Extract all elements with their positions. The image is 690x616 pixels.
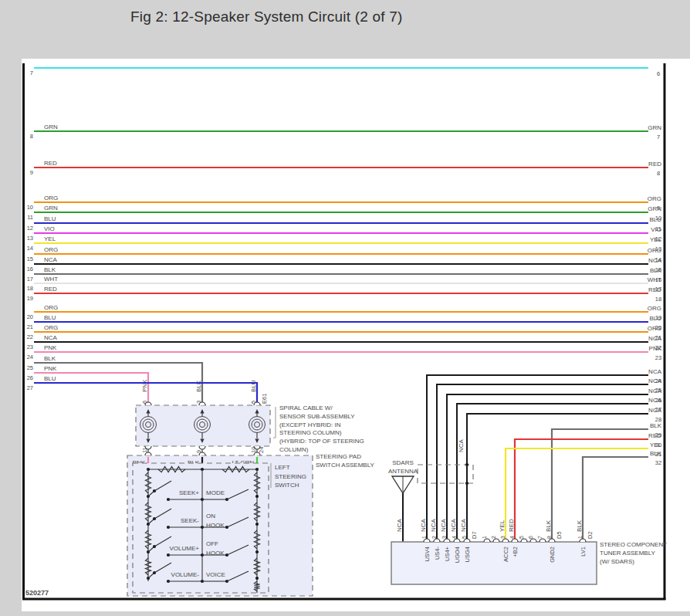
- junction-dot: [255, 495, 259, 498]
- wire-color-label: NCA: [648, 407, 662, 414]
- tuner-pin-number: 3: [441, 536, 447, 539]
- left-pin-number: 8: [30, 133, 33, 140]
- tuner-pin-number: 3: [500, 536, 506, 539]
- left-pin-number: 27: [27, 384, 33, 391]
- wire-color-label: ORG: [648, 195, 661, 202]
- tuner-box: [391, 542, 597, 584]
- wire-color-label: NCA: [648, 257, 662, 264]
- wire-color-label: NCA: [648, 388, 662, 394]
- tuner-signal-label: USG4: [464, 547, 471, 562]
- tuner-signal-label: USV4: [424, 547, 431, 562]
- tuner-signal-label: US4+: [444, 546, 451, 561]
- wire-color-label: BLU: [250, 380, 257, 392]
- diagram-panel: [22, 59, 690, 611]
- tuner-connector-id: D2: [587, 531, 594, 539]
- wire-color-label: YEL: [499, 520, 506, 532]
- tuner-pin-number: 4: [509, 536, 515, 539]
- wire-color-label: RED: [44, 286, 57, 293]
- left-pin-number: 26: [27, 374, 33, 381]
- tuner-signal-label: LV1: [580, 547, 587, 557]
- tuner-connector-id: D7: [471, 531, 478, 539]
- figure-id: 520277: [25, 589, 49, 597]
- left-pin-number: 12: [27, 225, 33, 232]
- connector-pin-number: 11: [141, 447, 148, 453]
- tuner-signal-label: +B2: [512, 547, 519, 557]
- wire-color-label: BLU: [649, 216, 661, 223]
- sdars-antenna-label: SDARS: [392, 459, 414, 466]
- wire-color-label: ORG: [44, 246, 58, 253]
- tuner-connector-id: D5: [556, 531, 563, 539]
- wire-color-label: RED: [44, 160, 57, 167]
- steering-switch-label: SWITCH: [275, 482, 299, 489]
- switch-function-label: OFF: [206, 540, 218, 547]
- tuner-pin-number: 2: [491, 536, 496, 539]
- switch-function-label: SEEK+: [179, 489, 199, 496]
- junction-dot: [465, 463, 468, 466]
- wire-color-label: NCA: [44, 334, 58, 341]
- wire-color-label: RED: [648, 432, 661, 439]
- pad-assembly-label: STEERING PAD: [316, 453, 361, 460]
- tuner-signal-label: UGO4: [454, 547, 461, 563]
- sdars-antenna-label: ANTENNA: [388, 468, 418, 475]
- right-pin-number: 32: [655, 459, 661, 466]
- switch-function-label: MODE: [206, 489, 225, 496]
- tuner-pin-number: 1: [421, 536, 427, 539]
- wire-color-label: NCA: [648, 377, 662, 384]
- wire-color-label: NCA: [440, 518, 447, 532]
- wire-color-label: PNK: [141, 379, 148, 392]
- switch-function-label: HOOK: [206, 522, 225, 529]
- wire-color-label: GRN: [44, 124, 58, 130]
- left-pin-number: 13: [27, 235, 33, 242]
- wire-color-label: NCA: [648, 368, 662, 375]
- left-pin-number: 18: [27, 285, 33, 292]
- wire-color-label: ORG: [44, 304, 58, 311]
- wire-color-label: BLK: [44, 266, 56, 273]
- wire-color-label: BLK: [650, 450, 662, 457]
- wire-color-label: NCA: [396, 518, 403, 532]
- junction-dot: [255, 550, 259, 553]
- spiral-cable-label: (EXCEPT HYBRID: IN: [279, 421, 341, 428]
- wire-color-label: BLK: [195, 380, 202, 392]
- connector-id: 24: [258, 447, 265, 453]
- wire-color-label: WHT: [648, 276, 661, 283]
- left-pin-number: 25: [27, 364, 33, 371]
- left-pin-number: 7: [30, 69, 33, 76]
- wire-color-label: PNK: [44, 365, 57, 372]
- connector-pin-number: 9: [195, 450, 202, 453]
- pad-assembly-label: SWITCH ASSEMBLY: [316, 462, 375, 469]
- connector-pin-number: 10: [250, 447, 257, 453]
- wire-color-label: ORG: [648, 325, 661, 332]
- switch-function-label: VOLUME+: [170, 545, 200, 552]
- junction-dot: [255, 523, 259, 526]
- switch-function-label: SEEK-: [181, 517, 199, 524]
- wire-color-label: NCA: [450, 518, 457, 532]
- wire-color-label: BLU: [649, 315, 661, 322]
- left-pin-number: 20: [27, 313, 33, 320]
- tuner-signal-label: GND2: [549, 547, 556, 563]
- wire-color-label: RED: [648, 286, 661, 293]
- pin-connector: [145, 402, 151, 405]
- wire-color-label: NCA: [460, 518, 467, 532]
- right-pin-number: 23: [655, 354, 661, 361]
- spiral-cable-label: (HYBRID: TOP OF STEERING: [279, 438, 364, 445]
- tuner-signal-label: ACC2: [502, 547, 509, 562]
- left-pin-number: 11: [27, 214, 33, 221]
- tuner-signal-label: US4-: [434, 547, 441, 560]
- left-pin-number: 21: [27, 323, 33, 330]
- steering-switch-label: STEERING: [275, 473, 306, 480]
- left-pin-number: 19: [27, 295, 33, 302]
- wire-color-label: GRN: [648, 124, 661, 131]
- wire-color-label: GRN: [44, 205, 58, 212]
- wire-color-label: NCA: [44, 256, 58, 263]
- tuner-label: TUNER ASSEMBLY: [600, 550, 656, 557]
- wire-color-label: YEL: [650, 442, 662, 448]
- left-pin-number: 16: [27, 266, 33, 272]
- switch-function-label: VOLUME-: [171, 571, 200, 578]
- wire-color-label: BLU: [44, 375, 56, 382]
- page: { "title": "Fig 2: 12-Speaker System Cir…: [0, 0, 690, 616]
- tuner-pin-number: 5: [519, 536, 524, 539]
- tuner-pin-number: 4: [452, 536, 457, 539]
- right-pin-number: 18: [655, 296, 661, 303]
- junction-dot: [465, 482, 468, 485]
- wiring-diagram: 520277768GRNGRN79REDRED810ORGORG911GRNGR…: [0, 0, 690, 616]
